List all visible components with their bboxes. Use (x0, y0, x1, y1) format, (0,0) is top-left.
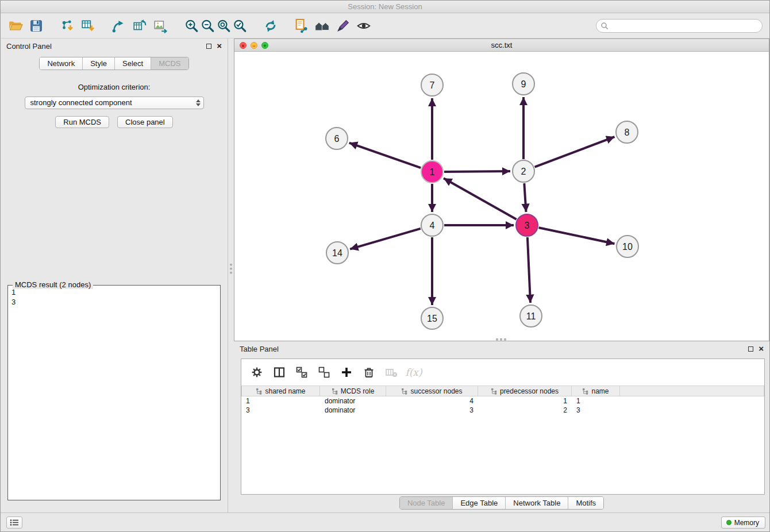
graph-edge-1-2[interactable] (444, 171, 510, 172)
svg-text:4: 4 (430, 221, 435, 230)
network-view-window: × − + scc.txt 7968124314101511 (234, 38, 769, 341)
graph-edge-1-6[interactable] (349, 143, 421, 168)
tab-select[interactable]: Select (114, 57, 151, 70)
table-tab-network-table[interactable]: Network Table (505, 497, 568, 509)
network-graph[interactable]: 7968124314101511 (234, 52, 769, 341)
close-panel-button[interactable]: Close panel (117, 116, 173, 128)
table-panel-title: Table Panel (240, 345, 279, 353)
graph-node-1[interactable]: 1 (421, 161, 443, 183)
graph-node-3[interactable]: 3 (516, 214, 538, 236)
table-cell[interactable]: 1 (241, 396, 320, 406)
add-column-icon[interactable] (339, 365, 354, 380)
svg-text:7: 7 (430, 80, 435, 90)
graph-node-9[interactable]: 9 (513, 73, 534, 95)
select-all-icon[interactable] (294, 365, 309, 380)
criterion-dropdown[interactable]: strongly connected component (25, 97, 204, 109)
table-cell[interactable]: 3 (241, 406, 320, 415)
run-mcds-button[interactable]: Run MCDS (55, 116, 109, 128)
column-header-successor-nodes[interactable]: successor nodes (386, 385, 478, 396)
save-session-icon[interactable] (28, 18, 44, 34)
horizontal-splitter-grip[interactable] (496, 338, 506, 341)
memory-button[interactable]: Memory (721, 516, 765, 529)
graph-edge-2-3[interactable] (524, 183, 526, 212)
search-input[interactable] (596, 19, 763, 33)
export-network-icon[interactable] (294, 18, 310, 34)
optimization-criterion-label: Optimization criterion: (1, 83, 228, 91)
table-cell[interactable]: 1 (572, 396, 620, 406)
maximize-window-icon[interactable]: + (261, 42, 268, 49)
table-tab-motifs[interactable]: Motifs (568, 497, 603, 509)
close-panel-icon[interactable]: × (217, 43, 222, 49)
table-cell[interactable]: 3 (572, 406, 620, 415)
new-table-icon[interactable] (132, 18, 148, 34)
graph-edge-3-10[interactable] (539, 228, 615, 244)
eye-icon[interactable] (356, 18, 372, 34)
import-table-icon[interactable] (80, 18, 96, 34)
node-table: f(x) shared nameMCDS rolesuccessor nodes… (241, 358, 765, 495)
float-table-panel-icon[interactable] (748, 346, 753, 352)
graph-node-7[interactable]: 7 (421, 74, 443, 96)
export-image-icon[interactable] (152, 18, 168, 34)
close-table-panel-icon[interactable]: × (759, 346, 764, 352)
tab-network[interactable]: Network (40, 57, 82, 70)
graph-edge-3-11[interactable] (528, 237, 530, 303)
table-cell[interactable]: 2 (478, 406, 572, 415)
table-tab-node-table[interactable]: Node Table (400, 497, 453, 509)
column-header-filler (620, 385, 764, 396)
column-header-predecessor-nodes[interactable]: predecessor nodes (478, 385, 572, 396)
mcds-result-line: 3 (11, 297, 217, 307)
table-cell[interactable]: 4 (386, 396, 478, 406)
deselect-all-icon[interactable] (317, 365, 332, 380)
table-row[interactable]: 1dominator411 (241, 396, 764, 406)
column-header-name[interactable]: name (572, 385, 620, 396)
minimize-window-icon[interactable]: − (251, 42, 257, 49)
mcds-result-title: MCDS result (2 nodes) (13, 280, 93, 289)
network-window-title: scc.txt (491, 41, 513, 49)
table-row[interactable]: 3dominator323 (241, 406, 764, 415)
column-header-mcds-role[interactable]: MCDS role (320, 385, 386, 396)
refresh-icon[interactable] (263, 18, 279, 34)
show-columns-icon[interactable] (272, 365, 287, 380)
home-icon[interactable] (314, 18, 330, 34)
graph-node-11[interactable]: 11 (520, 305, 542, 327)
close-window-icon[interactable]: × (240, 42, 247, 49)
zoom-out-icon[interactable] (199, 18, 215, 34)
control-panel: Control Panel × NetworkStyleSelectMCDS O… (1, 38, 228, 512)
graph-node-2[interactable]: 2 (513, 160, 534, 182)
float-panel-icon[interactable] (206, 44, 211, 49)
table-cell[interactable]: 3 (386, 406, 478, 415)
delete-column-trash-icon[interactable] (361, 365, 376, 380)
table-cell[interactable]: dominator (320, 396, 386, 406)
vertical-splitter-grip[interactable] (229, 264, 233, 274)
graph-node-10[interactable]: 10 (617, 236, 638, 257)
mcds-result-box: MCDS result (2 nodes) 13 (7, 285, 221, 500)
graph-node-4[interactable]: 4 (421, 214, 443, 236)
graph-edge-4-14[interactable] (350, 229, 421, 249)
table-cell[interactable]: dominator (320, 406, 386, 415)
graph-node-14[interactable]: 14 (326, 242, 348, 264)
graph-node-8[interactable]: 8 (616, 121, 638, 143)
import-network-icon[interactable] (59, 18, 75, 34)
svg-text:9: 9 (521, 79, 526, 89)
graph-edge-3-1[interactable] (444, 178, 517, 219)
criterion-value: strongly connected component (30, 98, 132, 107)
tab-mcds[interactable]: MCDS (151, 57, 188, 70)
table-cell[interactable]: 1 (478, 396, 572, 406)
graph-node-6[interactable]: 6 (326, 128, 348, 149)
graph-node-15[interactable]: 15 (421, 307, 443, 329)
zoom-selected-icon[interactable] (232, 18, 248, 34)
graph-edge-2-8[interactable] (535, 137, 615, 167)
tab-style[interactable]: Style (82, 57, 114, 70)
network-canvas[interactable]: 7968124314101511 (234, 52, 769, 341)
new-network-icon[interactable] (111, 18, 127, 34)
open-file-icon[interactable] (7, 18, 24, 34)
menu-list-button[interactable] (6, 516, 22, 529)
table-tab-edge-table[interactable]: Edge Table (452, 497, 505, 509)
table-settings-gear-icon[interactable] (249, 365, 264, 380)
zoom-in-icon[interactable] (183, 18, 199, 34)
style-icon[interactable] (335, 18, 351, 34)
zoom-fit-icon[interactable] (215, 18, 232, 34)
delete-table-icon (384, 365, 399, 380)
column-header-shared-name[interactable]: shared name (241, 385, 320, 396)
memory-status-icon (726, 520, 732, 525)
